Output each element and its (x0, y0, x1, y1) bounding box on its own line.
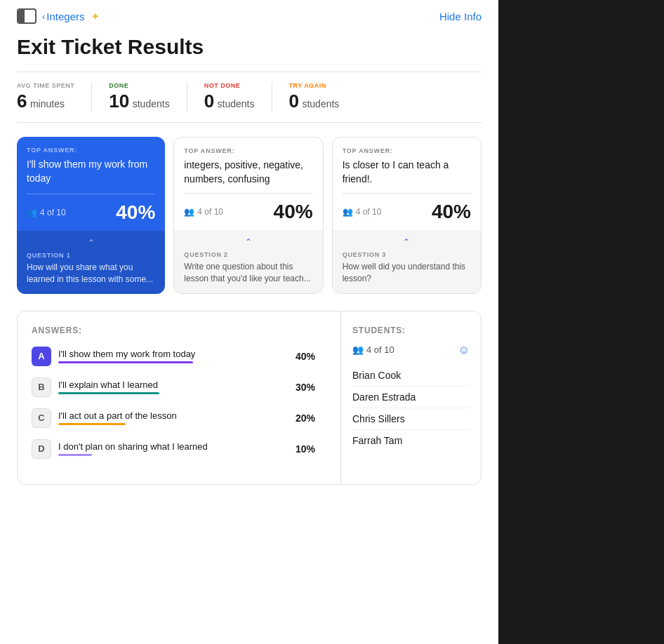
stat-label-2: NOT DONE (204, 82, 255, 89)
student-name-0[interactable]: Brian Cook (352, 365, 470, 387)
question-card-0[interactable]: TOP ANSWER: I'll show them my work from … (17, 137, 165, 294)
stat-number-2: 0 (204, 90, 214, 112)
answer-letter-2: C (32, 408, 51, 428)
card-q-text-0: How will you share what you learned in t… (27, 262, 155, 286)
stats-row: AVG TIME SPENT 6 minutes DONE 10 student… (17, 72, 482, 123)
answer-row-1[interactable]: B I'll explain what I learned 30% (32, 377, 315, 397)
answer-row-2[interactable]: C I'll act out a part of the lesson 20% (32, 408, 315, 428)
answer-row-0[interactable]: A I'll show them my work from today 40% (32, 347, 315, 366)
card-q-label-1: QUESTION 2 (184, 251, 312, 258)
back-chevron-icon: ‹ (42, 11, 45, 22)
card-stat-row-1: 👥 4 of 10 40% (174, 194, 322, 230)
answer-row-3[interactable]: D I don't plan on sharing what I learned… (32, 439, 315, 459)
student-name-1[interactable]: Daren Estrada (352, 387, 470, 408)
card-student-count-0: 👥 4 of 10 (27, 208, 66, 217)
stat-unit-1: students (133, 98, 170, 109)
question-card-2[interactable]: TOP ANSWER: Is closer to I can teach a f… (332, 137, 482, 294)
hide-info-button[interactable]: Hide Info (439, 11, 482, 22)
stat-unit-0: minutes (30, 98, 65, 109)
card-top-label-1: TOP ANSWER: (184, 147, 312, 154)
card-q-text-2: How well did you understand this lesson? (343, 261, 471, 285)
stat-item-3: TRY AGAIN 0 students (289, 82, 357, 112)
answer-text-2: I'll act out a part of the lesson (58, 410, 283, 421)
stat-item-0: AVG TIME SPENT 6 minutes (17, 82, 92, 112)
answer-text-3: I don't plan on sharing what I learned (58, 441, 283, 452)
card-q-label-2: QUESTION 3 (343, 251, 471, 258)
student-name-3[interactable]: Farrah Tam (352, 430, 470, 451)
people-icon: 👥 (352, 344, 364, 355)
stat-label-0: AVG TIME SPENT (17, 82, 74, 89)
answer-letter-3: D (32, 439, 51, 459)
stat-unit-2: students (218, 98, 255, 109)
answer-pct-1: 30% (290, 382, 315, 393)
page-title: Exit Ticket Results (17, 35, 482, 59)
card-bottom-0: ⌃ QUESTION 1 How will you share what you… (17, 231, 165, 294)
students-count-row: 👥 4 of 10 ☺ (352, 344, 470, 356)
answers-panel: ANSWERS: A I'll show them my work from t… (18, 311, 329, 484)
questions-row: TOP ANSWER: I'll show them my work from … (17, 137, 482, 294)
top-bar-left: ‹ Integers ✦ (17, 8, 100, 24)
card-student-count-1: 👥 4 of 10 (184, 207, 223, 217)
answer-letter-1: B (32, 377, 51, 397)
card-top-answer-1: integers, positive, negative, numbers, c… (184, 159, 312, 186)
card-stat-row-0: 👥 4 of 10 40% (17, 194, 165, 231)
card-top-label-2: TOP ANSWER: (343, 147, 471, 154)
answer-bar-0 (58, 361, 193, 363)
card-top-label-0: TOP ANSWER: (27, 147, 155, 154)
stat-item-1: DONE 10 students (109, 82, 187, 112)
stat-value-3: 0 students (289, 90, 340, 112)
sparkle-icon: ✦ (91, 10, 100, 23)
card-top-answer-2: Is closer to I can teach a friend!. (343, 159, 471, 186)
answer-text-block-1: I'll explain what I learned (58, 380, 283, 394)
answer-pct-0: 40% (290, 351, 315, 362)
people-small-icon-1: 👥 (184, 207, 194, 217)
right-panel (498, 0, 664, 644)
smiley-icon[interactable]: ☺ (458, 344, 470, 356)
card-student-count-2: 👥 4 of 10 (343, 207, 382, 217)
answer-bar-3 (58, 454, 92, 456)
card-percent-0: 40% (116, 201, 155, 224)
stat-item-2: NOT DONE 0 students (204, 82, 272, 112)
answer-text-1: I'll explain what I learned (58, 380, 283, 390)
answer-pct-3: 10% (290, 443, 315, 455)
question-card-1[interactable]: TOP ANSWER: integers, positive, negative… (173, 137, 323, 294)
card-top-1: TOP ANSWER: integers, positive, negative… (174, 137, 322, 193)
people-small-icon-2: 👥 (343, 207, 353, 217)
card-bottom-2: ⌃ QUESTION 3 How well did you understand… (333, 230, 481, 293)
card-percent-2: 40% (432, 201, 471, 223)
card-top-0: TOP ANSWER: I'll show them my work from … (17, 137, 165, 194)
top-bar: ‹ Integers ✦ Hide Info (17, 8, 482, 24)
stat-label-3: TRY AGAIN (289, 82, 340, 89)
people-small-icon-0: 👥 (27, 208, 37, 217)
answer-text-block-3: I don't plan on sharing what I learned (58, 441, 283, 456)
card-top-2: TOP ANSWER: Is closer to I can teach a f… (333, 137, 481, 193)
chevron-up-icon-1: ⌃ (184, 237, 312, 248)
stat-unit-3: students (302, 98, 339, 109)
students-count: 👥 4 of 10 (352, 344, 394, 355)
stat-number-0: 6 (17, 90, 27, 112)
card-stat-row-2: 👥 4 of 10 40% (333, 194, 481, 230)
card-percent-1: 40% (274, 201, 313, 223)
answer-letter-0: A (32, 347, 51, 366)
back-label: Integers (46, 11, 84, 22)
answer-pct-2: 20% (290, 412, 315, 424)
sidebar-toggle-icon[interactable] (17, 8, 36, 24)
stat-label-1: DONE (109, 82, 169, 89)
chevron-up-icon-2: ⌃ (343, 237, 471, 248)
answer-text-block-0: I'll show them my work from today (58, 349, 283, 363)
stat-value-0: 6 minutes (17, 90, 74, 112)
back-link[interactable]: ‹ Integers (42, 11, 85, 22)
stat-number-1: 10 (109, 90, 129, 112)
answer-bar-1 (58, 392, 159, 394)
stat-value-2: 0 students (204, 90, 255, 112)
main-panel: ‹ Integers ✦ Hide Info Exit Ticket Resul… (0, 0, 498, 644)
students-panel: STUDENTS: 👥 4 of 10 ☺ Brian CookDaren Es… (340, 311, 481, 484)
student-name-2[interactable]: Chris Sillers (352, 408, 470, 430)
card-top-answer-0: I'll show them my work from today (27, 158, 155, 185)
answers-list: A I'll show them my work from today 40% … (32, 347, 315, 459)
students-list: Brian CookDaren EstradaChris SillersFarr… (352, 365, 470, 451)
stat-number-3: 0 (289, 90, 299, 112)
card-q-text-1: Write one question about this lesson tha… (184, 261, 312, 285)
answer-text-block-2: I'll act out a part of the lesson (58, 410, 283, 425)
chevron-up-icon-0: ⌃ (27, 238, 155, 249)
